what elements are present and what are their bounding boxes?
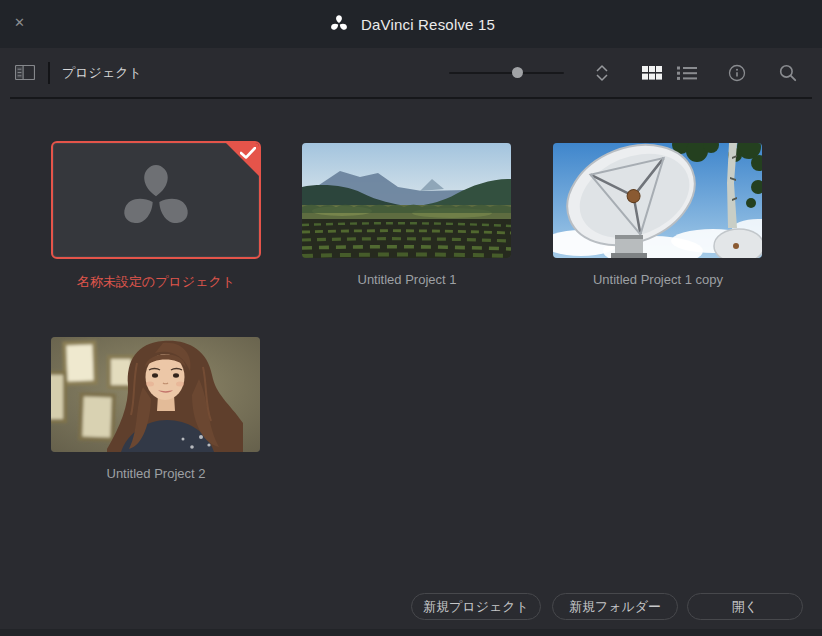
sidebar-toggle-button[interactable]	[15, 65, 35, 80]
project-tile-untitled-ja[interactable]: 名称未設定のプロジェクト	[51, 141, 261, 291]
toolbar-underline	[10, 97, 812, 99]
satellite-dish-image	[553, 143, 762, 258]
new-project-button[interactable]: 新規プロジェクト	[411, 593, 541, 620]
search-button[interactable]	[779, 64, 797, 82]
grid-view-icon	[642, 66, 662, 80]
project-thumbnail-davinci-placeholder[interactable]	[51, 141, 261, 259]
new-folder-button[interactable]: 新規フォルダー	[552, 593, 678, 620]
project-title: 名称未設定のプロジェクト	[51, 273, 261, 291]
vineyard-landscape-image	[302, 143, 511, 258]
search-icon	[779, 64, 797, 82]
davinci-logo-icon	[327, 12, 351, 36]
checkmark-icon	[240, 147, 256, 159]
grid-view-button[interactable]	[642, 66, 662, 80]
project-title: Untitled Project 1	[302, 272, 512, 287]
info-button[interactable]	[728, 64, 746, 82]
open-button[interactable]: 開く	[687, 593, 803, 620]
page-title: プロジェクト	[62, 64, 142, 82]
slider-track	[449, 72, 564, 74]
woman-portrait-image	[51, 337, 260, 452]
thumbnail-size-slider[interactable]	[449, 67, 564, 79]
project-tile-untitled-1[interactable]: Untitled Project 1	[302, 143, 512, 287]
list-view-button[interactable]	[677, 66, 697, 80]
list-view-icon	[677, 66, 697, 80]
project-thumbnail-landscape[interactable]	[302, 143, 511, 258]
toolbar: プロジェクト	[0, 48, 822, 97]
slider-handle[interactable]	[512, 67, 523, 78]
bottom-strip	[0, 629, 822, 636]
project-thumbnail-portrait[interactable]	[51, 337, 260, 452]
titlebar-center: DaVinci Resolve 15	[0, 0, 822, 48]
window-title: DaVinci Resolve 15	[361, 16, 495, 33]
project-title: Untitled Project 2	[51, 466, 261, 481]
info-icon	[728, 64, 746, 82]
sidebar-toggle-icon	[15, 65, 35, 80]
project-tile-untitled-1-copy[interactable]: Untitled Project 1 copy	[553, 143, 763, 287]
sort-order-icon	[595, 64, 609, 82]
davinci-logo-placeholder-icon	[108, 152, 204, 248]
toolbar-divider	[48, 62, 50, 84]
project-thumbnail-satellite[interactable]	[553, 143, 762, 258]
project-title: Untitled Project 1 copy	[553, 272, 763, 287]
selected-corner-badge	[226, 143, 259, 176]
sort-order-button[interactable]	[595, 64, 609, 82]
project-tile-untitled-2[interactable]: Untitled Project 2	[51, 337, 261, 481]
titlebar: ✕ DaVinci Resolve 15	[0, 0, 822, 48]
